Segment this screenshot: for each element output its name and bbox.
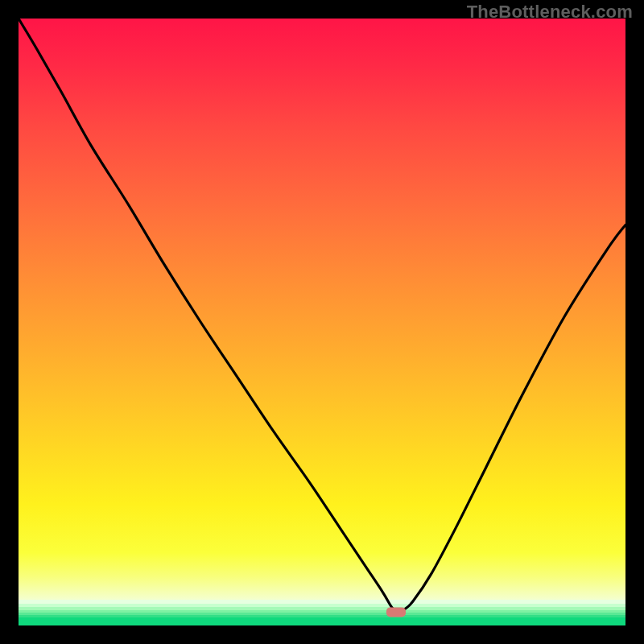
minimum-marker — [386, 607, 406, 617]
curve-svg — [19, 19, 625, 625]
bottleneck-curve-line — [19, 19, 625, 613]
watermark-text: TheBottleneck.com — [467, 2, 633, 23]
plot-area — [19, 19, 625, 625]
chart-frame: TheBottleneck.com — [0, 0, 644, 644]
